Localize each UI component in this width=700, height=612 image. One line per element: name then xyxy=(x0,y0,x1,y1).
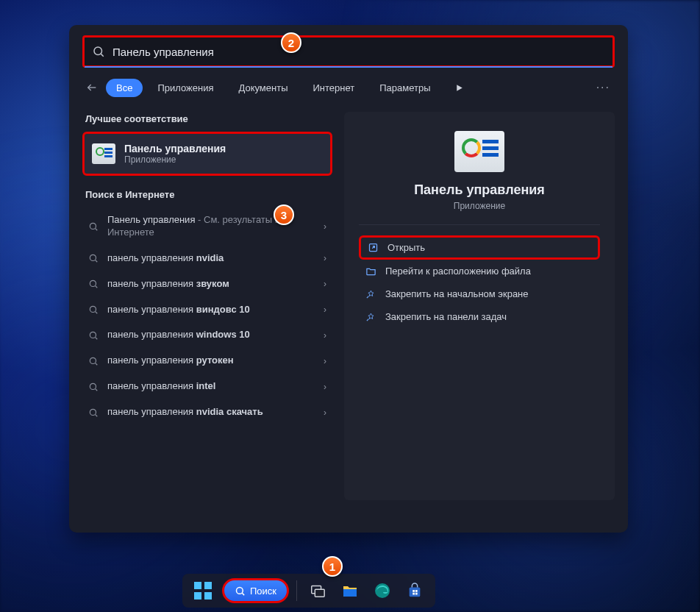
divider xyxy=(359,224,600,225)
search-bar[interactable] xyxy=(82,35,615,68)
web-search-heading: Поиск в Интернете xyxy=(85,189,332,200)
svg-point-12 xyxy=(90,332,96,338)
web-result-label: панель управления intel xyxy=(107,380,316,393)
action-label: Перейти к расположению файла xyxy=(385,266,531,277)
svg-point-0 xyxy=(94,47,102,55)
svg-line-11 xyxy=(96,312,98,314)
web-result-6[interactable]: панель управления intel› xyxy=(82,374,332,399)
chevron-right-icon: › xyxy=(324,305,326,315)
chevron-right-icon: › xyxy=(324,330,326,341)
search-input[interactable] xyxy=(113,46,605,58)
svg-point-8 xyxy=(90,280,96,286)
svg-point-18 xyxy=(90,409,96,415)
windows-search-panel: 2 ВсеПриложенияДокументыИнтернетПараметр… xyxy=(69,25,628,533)
web-result-3[interactable]: панель управления виндовс 10› xyxy=(82,297,332,323)
web-result-1[interactable]: панель управления nvidia› xyxy=(82,246,332,271)
svg-rect-29 xyxy=(413,590,415,592)
best-match-title: Панель управления xyxy=(124,143,226,154)
play-icon[interactable] xyxy=(450,78,469,97)
web-result-label: панель управления windows 10 xyxy=(107,329,316,341)
best-match-heading: Лучшее соответствие xyxy=(85,113,332,124)
web-result-2[interactable]: панель управления звуком› xyxy=(82,271,332,297)
action-закрепить-на-панели-задач[interactable]: Закрепить на панели задач xyxy=(359,305,600,328)
svg-point-4 xyxy=(90,223,96,229)
svg-point-6 xyxy=(90,255,96,261)
chevron-right-icon: › xyxy=(324,279,326,289)
best-match-subtitle: Приложение xyxy=(124,154,226,165)
file-explorer-button[interactable] xyxy=(337,577,363,604)
web-result-label: панель управления nvidia скачать xyxy=(107,406,316,419)
web-result-0[interactable]: Панель управления - См. результаты в Инт… xyxy=(82,207,332,246)
search-icon xyxy=(88,305,100,315)
filter-tab-документы[interactable]: Документы xyxy=(228,79,298,97)
pin-icon xyxy=(365,311,376,322)
web-result-label: панель управления рутокен xyxy=(107,355,316,367)
filter-tab-все[interactable]: Все xyxy=(106,79,143,97)
filter-tab-приложения[interactable]: Приложения xyxy=(147,79,224,97)
preview-app-icon xyxy=(454,131,504,172)
filter-tab-интернет[interactable]: Интернет xyxy=(302,79,365,97)
svg-rect-28 xyxy=(410,587,421,597)
svg-rect-30 xyxy=(415,590,418,592)
web-result-7[interactable]: панель управления nvidia скачать› xyxy=(82,399,332,425)
svg-line-21 xyxy=(366,296,368,299)
search-icon xyxy=(88,408,100,418)
search-icon xyxy=(88,221,100,232)
filter-row: ВсеПриложенияДокументыИнтернетПараметры … xyxy=(69,68,628,103)
callout-badge-1: 1 xyxy=(322,556,343,577)
taskbar-search-button[interactable]: Поиск xyxy=(222,578,289,603)
best-match-result[interactable]: Панель управления Приложение xyxy=(82,132,332,176)
search-icon xyxy=(88,382,100,392)
svg-line-5 xyxy=(96,229,98,231)
svg-line-9 xyxy=(96,286,98,288)
taskbar-search-label: Поиск xyxy=(250,586,276,597)
callout-badge-2: 2 xyxy=(281,32,301,53)
edge-button[interactable] xyxy=(369,577,396,604)
task-view-button[interactable] xyxy=(304,577,331,604)
action-открыть[interactable]: Открыть xyxy=(359,235,600,260)
web-result-label: панель управления звуком xyxy=(107,278,316,291)
chevron-right-icon: › xyxy=(324,382,326,392)
search-icon xyxy=(88,279,100,289)
start-button[interactable] xyxy=(190,577,216,604)
svg-line-13 xyxy=(96,338,98,340)
chevron-right-icon: › xyxy=(324,408,326,418)
more-button[interactable]: ··· xyxy=(592,81,615,94)
web-result-4[interactable]: панель управления windows 10› xyxy=(82,322,332,348)
web-result-5[interactable]: панель управления рутокен› xyxy=(82,348,332,374)
web-result-label: панель управления nvidia xyxy=(107,252,316,265)
preview-subtitle: Приложение xyxy=(359,201,600,211)
chevron-right-icon: › xyxy=(324,356,326,366)
svg-line-1 xyxy=(101,54,103,56)
action-label: Закрепить на начальном экране xyxy=(385,288,529,299)
search-icon xyxy=(88,253,100,263)
chevron-right-icon: › xyxy=(324,253,326,263)
taskbar: Поиск xyxy=(182,574,435,608)
svg-line-7 xyxy=(96,260,98,263)
svg-rect-31 xyxy=(413,593,415,595)
svg-line-24 xyxy=(242,593,244,595)
store-button[interactable] xyxy=(401,577,428,604)
svg-point-23 xyxy=(237,587,243,594)
svg-point-16 xyxy=(90,383,96,389)
folder-icon xyxy=(365,266,376,277)
control-panel-icon xyxy=(92,143,115,164)
pin-icon xyxy=(365,288,376,299)
svg-point-10 xyxy=(90,306,96,312)
action-label: Закрепить на панели задач xyxy=(385,311,507,322)
action-перейти-к-расположению-файла[interactable]: Перейти к расположению файла xyxy=(359,260,600,282)
svg-rect-26 xyxy=(315,589,324,597)
callout-badge-3: 3 xyxy=(274,204,294,225)
filter-tab-параметры[interactable]: Параметры xyxy=(369,79,440,97)
preview-title: Панель управления xyxy=(359,182,600,198)
svg-line-19 xyxy=(96,414,98,416)
action-закрепить-на-начальном-экране[interactable]: Закрепить на начальном экране xyxy=(359,282,600,305)
svg-line-17 xyxy=(96,388,98,391)
open-icon xyxy=(367,242,379,253)
results-column: Лучшее соответствие Панель управления Пр… xyxy=(82,107,332,500)
back-button[interactable] xyxy=(82,78,101,97)
svg-point-14 xyxy=(90,357,96,363)
chevron-right-icon: › xyxy=(324,221,326,232)
search-icon xyxy=(92,45,105,58)
preview-pane: Панель управления Приложение ОткрытьПере… xyxy=(344,112,615,500)
